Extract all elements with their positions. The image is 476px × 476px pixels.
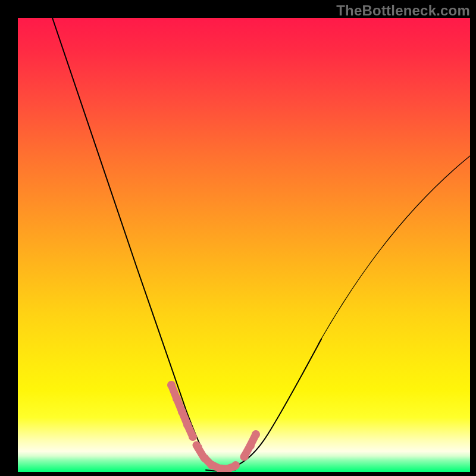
curve-right-limb-lower xyxy=(223,339,321,470)
curve-left-limb xyxy=(52,18,219,470)
watermark-text: TheBottleneck.com xyxy=(336,2,470,19)
marker-dot xyxy=(194,443,202,452)
marker-dot xyxy=(246,441,255,450)
curve-right-limb-upper xyxy=(318,156,470,344)
marker-dot xyxy=(189,433,197,441)
marker-dot xyxy=(183,421,192,429)
marker-dot xyxy=(201,454,209,462)
marker-dot xyxy=(231,461,240,469)
marker-dot xyxy=(252,430,260,439)
marker-dot xyxy=(173,394,181,403)
marker-dot xyxy=(178,408,186,416)
marker-dot xyxy=(167,381,176,389)
chart-frame: TheBottleneck.com xyxy=(0,0,476,476)
chart-svg xyxy=(18,18,470,472)
marker-dot xyxy=(240,452,249,461)
marker-dot xyxy=(208,461,216,469)
